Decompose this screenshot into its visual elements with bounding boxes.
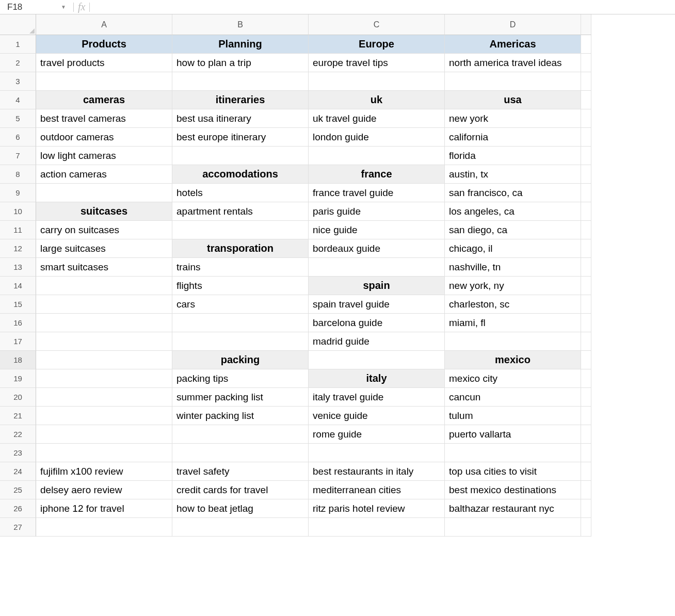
cell-next-13[interactable]: [581, 258, 591, 277]
cell-d5[interactable]: new york: [445, 109, 581, 128]
cell-b11[interactable]: [172, 221, 309, 239]
cell-c2[interactable]: europe travel tips: [309, 54, 445, 72]
cell-c18[interactable]: [309, 351, 445, 369]
cell-d13[interactable]: nashville, tn: [445, 258, 581, 277]
cell-a11[interactable]: carry on suitcases: [36, 221, 172, 239]
cell-next-10[interactable]: [581, 202, 591, 221]
row-header-10[interactable]: 10: [0, 202, 36, 221]
cell-a1[interactable]: Products: [36, 35, 172, 54]
row-header-20[interactable]: 20: [0, 388, 36, 407]
cell-next-4[interactable]: [581, 91, 591, 109]
cell-a18[interactable]: [36, 351, 172, 369]
cell-a10[interactable]: suitcases: [36, 202, 172, 221]
cell-next-15[interactable]: [581, 295, 591, 314]
cell-c5[interactable]: uk travel guide: [309, 109, 445, 128]
name-box[interactable]: F18 ▼: [2, 0, 69, 14]
row-header-6[interactable]: 6: [0, 128, 36, 147]
cell-a4[interactable]: cameras: [36, 91, 172, 109]
column-header-c[interactable]: C: [309, 14, 445, 35]
cell-next-6[interactable]: [581, 128, 591, 147]
cell-next-20[interactable]: [581, 388, 591, 407]
cell-c1[interactable]: Europe: [309, 35, 445, 54]
cell-next-18[interactable]: [581, 351, 591, 369]
row-header-23[interactable]: 23: [0, 444, 36, 462]
cell-b20[interactable]: summer packing list: [172, 388, 309, 407]
cell-d11[interactable]: san diego, ca: [445, 221, 581, 239]
row-header-4[interactable]: 4: [0, 91, 36, 109]
cell-b16[interactable]: [172, 314, 309, 332]
cell-d14[interactable]: new york, ny: [445, 277, 581, 295]
cell-c7[interactable]: [309, 147, 445, 165]
cell-b1[interactable]: Planning: [172, 35, 309, 54]
cell-next-25[interactable]: [581, 481, 591, 499]
cell-c16[interactable]: barcelona guide: [309, 314, 445, 332]
cell-next-14[interactable]: [581, 277, 591, 295]
cell-next-27[interactable]: [581, 518, 591, 537]
cell-d18[interactable]: mexico: [445, 351, 581, 369]
cell-d24[interactable]: top usa cities to visit: [445, 462, 581, 481]
cell-next-7[interactable]: [581, 147, 591, 165]
cell-c15[interactable]: spain travel guide: [309, 295, 445, 314]
row-header-12[interactable]: 12: [0, 239, 36, 258]
cell-a25[interactable]: delsey aero review: [36, 481, 172, 499]
cell-b12[interactable]: transporation: [172, 239, 309, 258]
cell-b27[interactable]: [172, 518, 309, 537]
cell-c10[interactable]: paris guide: [309, 202, 445, 221]
row-header-24[interactable]: 24: [0, 462, 36, 481]
cell-c4[interactable]: uk: [309, 91, 445, 109]
cell-a17[interactable]: [36, 332, 172, 351]
cell-c22[interactable]: rome guide: [309, 425, 445, 444]
row-header-26[interactable]: 26: [0, 499, 36, 518]
cell-b24[interactable]: travel safety: [172, 462, 309, 481]
cell-next-23[interactable]: [581, 444, 591, 462]
cell-next-2[interactable]: [581, 54, 591, 72]
cell-a14[interactable]: [36, 277, 172, 295]
cell-c11[interactable]: nice guide: [309, 221, 445, 239]
cell-d22[interactable]: puerto vallarta: [445, 425, 581, 444]
cell-c6[interactable]: london guide: [309, 128, 445, 147]
cell-d7[interactable]: florida: [445, 147, 581, 165]
cell-next-8[interactable]: [581, 165, 591, 184]
cell-next-11[interactable]: [581, 221, 591, 239]
cell-d26[interactable]: balthazar restaurant nyc: [445, 499, 581, 518]
cell-d21[interactable]: tulum: [445, 407, 581, 425]
row-header-25[interactable]: 25: [0, 481, 36, 499]
cell-a6[interactable]: outdoor cameras: [36, 128, 172, 147]
cell-d19[interactable]: mexico city: [445, 369, 581, 388]
row-header-8[interactable]: 8: [0, 165, 36, 184]
cell-b18[interactable]: packing: [172, 351, 309, 369]
cell-d27[interactable]: [445, 518, 581, 537]
cell-c8[interactable]: france: [309, 165, 445, 184]
cell-a5[interactable]: best travel cameras: [36, 109, 172, 128]
cell-next-5[interactable]: [581, 109, 591, 128]
cell-a9[interactable]: [36, 184, 172, 202]
cell-d15[interactable]: charleston, sc: [445, 295, 581, 314]
cell-next-24[interactable]: [581, 462, 591, 481]
cell-d6[interactable]: california: [445, 128, 581, 147]
cell-next-26[interactable]: [581, 499, 591, 518]
cell-c25[interactable]: mediterranean cities: [309, 481, 445, 499]
cell-c14[interactable]: spain: [309, 277, 445, 295]
cell-b8[interactable]: accomodations: [172, 165, 309, 184]
column-header-d[interactable]: D: [445, 14, 581, 35]
cell-next-22[interactable]: [581, 425, 591, 444]
cell-c12[interactable]: bordeaux guide: [309, 239, 445, 258]
row-header-14[interactable]: 14: [0, 277, 36, 295]
row-header-18[interactable]: 18: [0, 351, 36, 369]
cell-b17[interactable]: [172, 332, 309, 351]
cell-next-19[interactable]: [581, 369, 591, 388]
column-header-b[interactable]: B: [172, 14, 309, 35]
cell-d12[interactable]: chicago, il: [445, 239, 581, 258]
cell-next-9[interactable]: [581, 184, 591, 202]
row-header-11[interactable]: 11: [0, 221, 36, 239]
cell-c20[interactable]: italy travel guide: [309, 388, 445, 407]
cell-b3[interactable]: [172, 72, 309, 91]
select-all-corner[interactable]: [0, 14, 36, 35]
cell-c23[interactable]: [309, 444, 445, 462]
cell-c26[interactable]: ritz paris hotel review: [309, 499, 445, 518]
cell-next-12[interactable]: [581, 239, 591, 258]
cell-next-3[interactable]: [581, 72, 591, 91]
cell-next-17[interactable]: [581, 332, 591, 351]
cell-a24[interactable]: fujifilm x100 review: [36, 462, 172, 481]
cell-c24[interactable]: best restaurants in italy: [309, 462, 445, 481]
